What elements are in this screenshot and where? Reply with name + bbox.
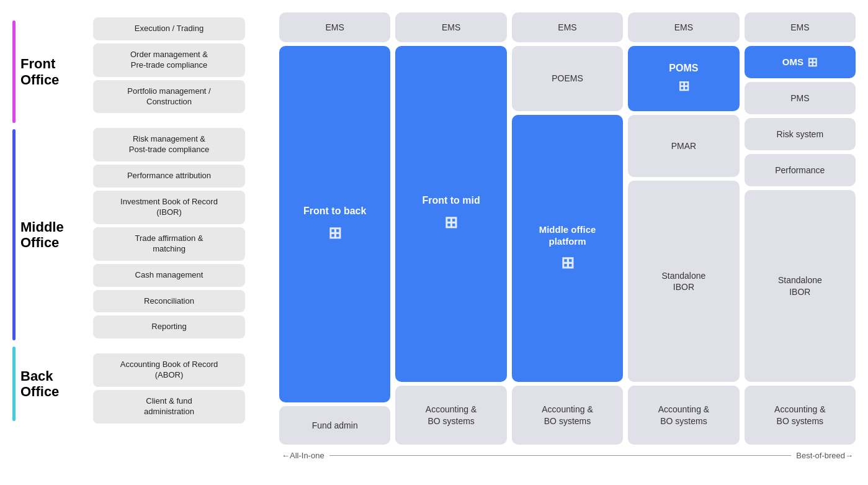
front-office-section: FrontOffice (12, 17, 93, 126)
cell-oms: OMS ⊞ (745, 46, 856, 78)
cell-label: POMS (669, 62, 698, 75)
cell-ems-4: EMS (628, 12, 739, 42)
cell-icon: ⊞ (444, 212, 458, 233)
cell-accounting-bo-5: Accounting &BO systems (745, 386, 856, 445)
cell-accounting-bo-4: Accounting &BO systems (628, 386, 739, 445)
front-office-label: FrontOffice (20, 56, 59, 88)
arrows-bar: ←All-In-one Best-of-breed→ (279, 451, 856, 460)
arrow-right-label: Best-of-breed→ (796, 451, 853, 460)
grid-col-2: EMS Front to mid ⊞ Accounting &BO system… (395, 12, 506, 445)
cell-accounting-bo-3: Accounting &BO systems (512, 386, 623, 445)
cell-label: OMS (782, 56, 803, 68)
cell-label: Front to mid (422, 194, 480, 207)
row-trade-affirmation: Trade affirmation &matching (93, 227, 245, 261)
cell-standalone-ibor-4: StandaloneIBOR (628, 181, 739, 382)
cell-poems: POEMS (512, 46, 623, 111)
cell-accounting-bo-2: Accounting &BO systems (395, 386, 506, 445)
row-abor: Accounting Book of Record(ABOR) (93, 353, 245, 387)
cell-standalone-ibor-5: StandaloneIBOR (745, 190, 856, 382)
grid-col-5: EMS OMS ⊞ PMS Risk system Performance St… (745, 12, 856, 445)
grid-area: EMS Front to back ⊞ Fund admin EMS Front… (279, 12, 856, 460)
cell-icon: ⊞ (807, 54, 818, 70)
cell-label: Middle officeplatform (539, 224, 596, 248)
row-ibor: Investment Book of Record(IBOR) (93, 191, 245, 224)
row-portfolio-management: Portfolio management /Construction (93, 80, 245, 114)
grid-columns: EMS Front to back ⊞ Fund admin EMS Front… (279, 12, 856, 445)
arrow-left-label: ←All-In-one (282, 451, 324, 460)
spacer-1 (93, 116, 245, 125)
middle-office-label: MiddleOffice (20, 219, 64, 251)
cell-performance: Performance (745, 154, 856, 186)
back-office-label: BackOffice (20, 368, 59, 400)
cell-pmar: PMAR (628, 115, 739, 177)
middle-office-bar (12, 129, 16, 340)
row-reconciliation: Reconciliation (93, 290, 245, 313)
spacer-2 (93, 342, 245, 350)
cell-front-to-back: Front to back ⊞ (279, 46, 390, 402)
cell-label: Front to back (303, 205, 366, 218)
row-risk-management: Risk management &Post-trade compliance (93, 128, 245, 161)
row-order-management: Order management &Pre-trade compliance (93, 43, 245, 77)
cell-ems-1: EMS (279, 12, 390, 42)
arrow-line (329, 455, 792, 456)
grid-col-4: EMS POMS ⊞ PMAR StandaloneIBOR Accountin… (628, 12, 739, 445)
row-performance-attribution: Performance attribution (93, 165, 245, 188)
cell-pms: PMS (745, 82, 856, 114)
grid-col-3: EMS POEMS Middle officeplatform ⊞ Accoun… (512, 12, 623, 445)
cell-ems-3: EMS (512, 12, 623, 42)
cell-risk-system: Risk system (745, 118, 856, 150)
front-office-bar (12, 20, 16, 123)
cell-icon: ⊞ (328, 223, 342, 244)
cell-icon: ⊞ (561, 253, 575, 274)
cell-fund-admin: Fund admin (279, 406, 390, 445)
cell-front-to-mid: Front to mid ⊞ (395, 46, 506, 382)
back-office-bar (12, 347, 16, 421)
cell-ems-5: EMS (745, 12, 856, 42)
row-execution-trading: Execution / Trading (93, 17, 245, 40)
main-container: FrontOffice MiddleOffice BackOffice Exec… (0, 0, 868, 485)
cell-icon: ⊞ (678, 78, 689, 96)
grid-col-1: EMS Front to back ⊞ Fund admin (279, 12, 390, 445)
row-items: Execution / Trading Order management &Pr… (93, 12, 245, 460)
cell-middle-office-platform: Middle officeplatform ⊞ (512, 115, 623, 382)
row-cash-management: Cash management (93, 264, 245, 287)
cell-poms: POMS ⊞ (628, 46, 739, 111)
row-client-fund-admin: Client & fundadministration (93, 390, 245, 424)
middle-office-section: MiddleOffice (12, 126, 93, 343)
row-reporting: Reporting (93, 315, 245, 338)
back-office-section: BackOffice (12, 343, 93, 424)
cell-ems-2: EMS (395, 12, 506, 42)
